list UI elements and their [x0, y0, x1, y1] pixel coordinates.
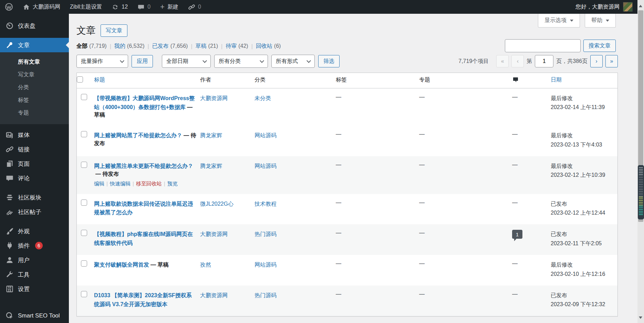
- category-link[interactable]: 未分类: [255, 95, 271, 101]
- row-checkbox[interactable]: [81, 94, 87, 100]
- format-filter-select[interactable]: 所有形式: [271, 55, 315, 68]
- bulk-actions-select[interactable]: 批量操作: [76, 55, 128, 68]
- post-title-link[interactable]: 网上赌取款说数据未回传还说注单延迟违规被黑了怎么办: [94, 201, 193, 216]
- view-trash[interactable]: 回收站(6): [256, 43, 281, 50]
- site-name: 大鹏源码网: [33, 3, 60, 11]
- paging-suffix: 页，共386页: [556, 58, 588, 65]
- search-input[interactable]: [505, 39, 581, 52]
- category-link[interactable]: 网站源码: [255, 262, 277, 268]
- prev-page-button[interactable]: ‹: [511, 55, 524, 67]
- author-link[interactable]: 微JL2022G心: [200, 201, 233, 207]
- scroll-up-arrow-icon[interactable]: [639, 3, 642, 7]
- row-checkbox[interactable]: [81, 200, 87, 206]
- search-posts-button[interactable]: 搜索文章: [583, 40, 616, 52]
- admin-bar-my-account[interactable]: 您好，大鹏资源网: [575, 2, 637, 12]
- post-title-link[interactable]: 网上赌被黑注单未更新不给提款怎么办？: [94, 163, 193, 169]
- submenu-add-new[interactable]: 写文章: [0, 68, 69, 81]
- sidebar-item-media[interactable]: 媒体: [0, 128, 69, 142]
- comment-count-bubble[interactable]: 1: [512, 230, 522, 239]
- row-checkbox[interactable]: [81, 162, 87, 168]
- select-all-checkbox[interactable]: [77, 76, 83, 83]
- view-all[interactable]: 全部(7,719): [76, 43, 107, 50]
- category-link[interactable]: 技术教程: [255, 201, 277, 207]
- row-checkbox[interactable]: [81, 260, 87, 267]
- author-link[interactable]: 大鹏资源网: [200, 95, 228, 101]
- comments-header-icon: [512, 73, 551, 88]
- sidebar-item-community-posts[interactable]: 社区帖子: [0, 205, 69, 219]
- category-link[interactable]: 热门源码: [255, 292, 277, 298]
- sidebar-item-pages[interactable]: 页面: [0, 157, 69, 171]
- submenu-tags[interactable]: 标签: [0, 94, 69, 107]
- post-title-link[interactable]: 【带视频教程】大鹏源码网WordPress整站（4000+3000）条数据打包+…: [94, 95, 195, 110]
- submenu-categories[interactable]: 分类: [0, 81, 69, 94]
- post-title-link[interactable]: D1033 【简单亲测】2023全新SF授权系统源码 V3.7全开源无加密版本: [94, 292, 192, 307]
- category-filter-select[interactable]: 所有分类: [214, 55, 268, 68]
- wp-logo-menu[interactable]: [0, 0, 18, 14]
- tablenav-top: 批量操作 应用 全部日期 所有分类 所有形式 筛选 7,719个项目 « ‹ 第…: [76, 55, 618, 68]
- date-value: 2023-02-12 上午12:44: [551, 208, 614, 217]
- first-page-button[interactable]: «: [496, 55, 509, 67]
- table-header-row: 标题 作者 分类 标签 专题 日期: [77, 73, 617, 88]
- help-label: 帮助: [591, 17, 602, 24]
- last-page-button[interactable]: »: [605, 55, 618, 67]
- edit-action[interactable]: 编辑: [94, 181, 104, 186]
- browser-scrollbar[interactable]: [637, 0, 644, 323]
- sidebar-item-posts[interactable]: 文章: [0, 38, 69, 52]
- author-link[interactable]: 大鹏资源网: [200, 231, 228, 237]
- admin-bar-updates[interactable]: 12: [107, 0, 133, 14]
- admin-bar-new[interactable]: + 新建: [155, 0, 183, 14]
- author-link[interactable]: 孜然: [200, 262, 211, 268]
- row-checkbox[interactable]: [81, 230, 87, 236]
- category-link[interactable]: 网站源码: [255, 132, 277, 138]
- author-link[interactable]: 腾龙家辉: [200, 163, 222, 169]
- submenu-all-posts[interactable]: 所有文章: [0, 56, 69, 68]
- category-link[interactable]: 网站源码: [255, 163, 277, 169]
- paging-prefix: 第: [527, 58, 532, 65]
- next-page-button[interactable]: ›: [590, 55, 603, 67]
- topic-value: —: [419, 286, 512, 316]
- quick-edit-action[interactable]: 快速编辑: [110, 181, 131, 186]
- sidebar-item-settings[interactable]: 设置: [0, 282, 69, 296]
- view-mine[interactable]: 我的(6,532): [114, 43, 145, 50]
- admin-bar-comments[interactable]: 0: [133, 0, 155, 14]
- sidebar-item-links[interactable]: 链接: [0, 142, 69, 157]
- post-title-link[interactable]: 聚支付破解版全网首发: [94, 262, 149, 268]
- admin-bar-links[interactable]: 0: [183, 0, 206, 14]
- trash-action[interactable]: 移至回收站: [136, 181, 162, 186]
- post-state: — 草稿: [150, 262, 168, 268]
- sidebar-item-comments[interactable]: 评论: [0, 171, 69, 185]
- home-icon: [23, 3, 30, 11]
- sidebar-item-plugins[interactable]: 插件 6: [0, 238, 69, 253]
- view-published[interactable]: 已发布(7,656): [152, 43, 188, 50]
- date-filter-select[interactable]: 全部日期: [162, 55, 211, 68]
- sort-date-header[interactable]: 日期: [551, 77, 562, 83]
- sidebar-item-community-board[interactable]: 社区板块: [0, 190, 69, 205]
- admin-bar-site-menu[interactable]: 大鹏源码网: [18, 0, 65, 14]
- apply-button[interactable]: 应用: [132, 55, 153, 67]
- preview-action[interactable]: 预览: [167, 181, 178, 186]
- sidebar-item-dashboard[interactable]: 仪表盘: [0, 19, 69, 33]
- sidebar-item-label: 社区帖子: [18, 208, 41, 216]
- screen-options-button[interactable]: 显示选项: [538, 14, 580, 28]
- current-page-input[interactable]: [535, 55, 553, 67]
- row-checkbox[interactable]: [81, 131, 87, 137]
- submenu-topics[interactable]: 专题: [0, 107, 69, 119]
- admin-bar-theme-settings[interactable]: Zibll主题设置: [65, 0, 107, 14]
- post-title-link[interactable]: 【视频教程】php客服在线IM源码网页在线客服软件代码: [94, 231, 193, 246]
- category-link[interactable]: 热门源码: [255, 231, 277, 237]
- view-pending[interactable]: 待审(42): [226, 43, 248, 50]
- sort-title-header[interactable]: 标题: [94, 77, 105, 83]
- post-title-link[interactable]: 网上赌被网站黑了不给提款怎么办？: [94, 132, 182, 138]
- sidebar-item-smart-seo-tool[interactable]: Smart SEO Tool: [0, 309, 69, 323]
- author-link[interactable]: 腾龙家辉: [200, 132, 222, 138]
- scroll-down-arrow-icon[interactable]: [639, 316, 642, 321]
- sidebar-item-appearance[interactable]: 外观: [0, 224, 69, 238]
- row-checkbox[interactable]: [81, 291, 87, 297]
- sidebar-item-tools[interactable]: 工具: [0, 267, 69, 282]
- view-draft[interactable]: 草稿(21): [196, 43, 218, 50]
- sidebar-item-users[interactable]: 用户: [0, 253, 69, 267]
- add-new-post-button[interactable]: 写文章: [101, 24, 127, 37]
- author-link[interactable]: 大鹏资源网: [200, 292, 228, 298]
- help-button[interactable]: 帮助: [585, 14, 616, 28]
- filter-button[interactable]: 筛选: [318, 55, 340, 67]
